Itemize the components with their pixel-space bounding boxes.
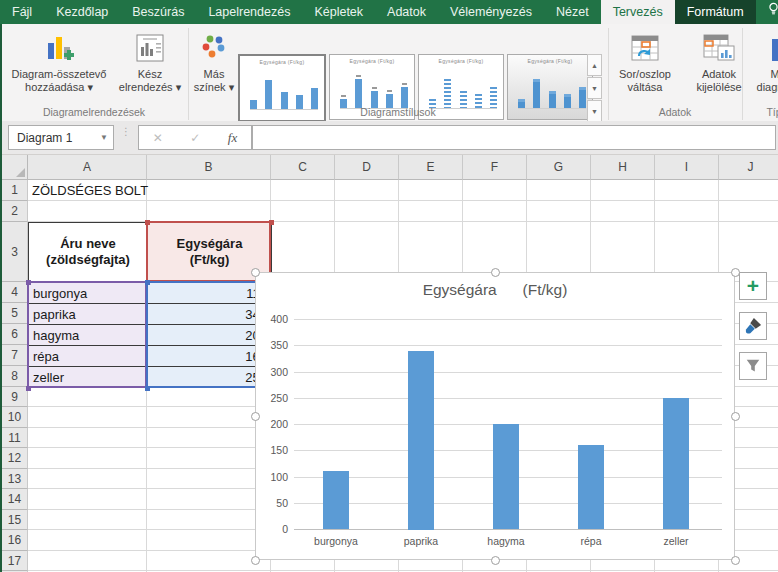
- group-label-chart-layouts: Diagramelrendezések: [0, 106, 188, 118]
- row-header-15[interactable]: 15: [2, 510, 28, 530]
- chart-ytick-250: 250: [256, 392, 288, 404]
- range-handle[interactable]: [145, 280, 150, 285]
- tab-label: Képletek: [314, 5, 363, 19]
- button-label: elrendezés ▾: [119, 81, 181, 94]
- switch-row-column-button[interactable]: Sor/oszlopváltása: [611, 28, 679, 104]
- button-label: színek ▾: [194, 81, 234, 94]
- row-header-2[interactable]: 2: [2, 201, 28, 222]
- range-handle[interactable]: [26, 386, 31, 391]
- gallery-scroll-up-button[interactable]: ▲: [587, 54, 602, 76]
- row-header-11[interactable]: 11: [2, 428, 28, 448]
- chart-bar-zeller[interactable]: [663, 398, 689, 529]
- column-header-H[interactable]: H: [591, 155, 655, 180]
- tab-nézet[interactable]: Nézet: [544, 0, 601, 24]
- chart-filters-button[interactable]: [739, 352, 767, 380]
- tab-fájl[interactable]: Fájl: [0, 0, 44, 24]
- row-header-13[interactable]: 13: [2, 469, 28, 489]
- chart-object[interactable]: Egységára (Ft/kg) 0501001502002503003504…: [255, 272, 735, 560]
- gallery-scroll-down-button[interactable]: ▼: [587, 77, 602, 99]
- tab-label: Fájl: [12, 5, 32, 19]
- chart-resize-handle[interactable]: [491, 268, 500, 277]
- chart-resize-handle[interactable]: [731, 412, 740, 421]
- row-header-1[interactable]: 1: [2, 180, 28, 201]
- tab-tervezés[interactable]: Tervezés: [601, 0, 675, 24]
- column-header-D[interactable]: D: [335, 155, 399, 180]
- tab-lapelrendezés[interactable]: Lapelrendezés: [196, 0, 302, 24]
- row-header-6[interactable]: 6: [2, 324, 28, 345]
- column-header-I[interactable]: I: [655, 155, 719, 180]
- row-header-9[interactable]: 9: [2, 387, 28, 407]
- thumbnail-bars: [429, 72, 497, 109]
- gridline: [28, 570, 778, 571]
- tab-formátum[interactable]: Formátum: [675, 0, 756, 24]
- row-header-17[interactable]: 17: [2, 551, 28, 571]
- insert-function-icon[interactable]: fx: [228, 130, 237, 146]
- range-handle[interactable]: [145, 386, 150, 391]
- column-header-F[interactable]: F: [463, 155, 527, 180]
- chart-bar-burgonya[interactable]: [323, 471, 349, 529]
- category-range-A4-A8[interactable]: [27, 281, 147, 388]
- chart-styles-button[interactable]: [739, 312, 767, 340]
- change-chart-type-button[interactable]: Másdiagram...: [746, 28, 778, 104]
- group-label-chart-styles: Diagramstílusok: [188, 106, 608, 118]
- column-header-A[interactable]: A: [28, 155, 147, 180]
- row-header-8[interactable]: 8: [2, 366, 28, 387]
- thumbnail-title: Egységára (Ft/kg): [419, 58, 503, 64]
- row-header-14[interactable]: 14: [2, 489, 28, 510]
- tab-képletek[interactable]: Képletek: [302, 0, 375, 24]
- tab-művelet-[interactable]: Művelet..: [756, 0, 778, 24]
- cancel-icon[interactable]: ✕: [153, 131, 163, 145]
- formula-bar-grip[interactable]: ⋮: [121, 129, 131, 134]
- chart-resize-handle[interactable]: [731, 556, 740, 565]
- chart-title[interactable]: Egységára (Ft/kg): [256, 281, 734, 299]
- chart-ytick-50: 50: [256, 497, 288, 509]
- cell-A3[interactable]: Áru neve(zöldségfajta): [28, 222, 148, 282]
- select-data-button[interactable]: Adatokkijelölése: [682, 28, 756, 104]
- tab-kezdőlap[interactable]: Kezdőlap: [44, 0, 120, 24]
- name-box[interactable]: Diagram 1 ▼: [8, 125, 114, 150]
- add-chart-element-button[interactable]: Diagram-összetevőhozzáadása ▾: [2, 28, 116, 104]
- thumbnail-bar: [401, 87, 408, 108]
- column-header-B[interactable]: B: [147, 155, 271, 180]
- column-header-C[interactable]: C: [271, 155, 335, 180]
- chart-xlabel-burgonya: burgonya: [296, 535, 376, 547]
- chart-bar-répa[interactable]: [578, 445, 604, 529]
- quick-layout-button[interactable]: Készelrendezés ▾: [118, 28, 182, 104]
- row-header-4[interactable]: 4: [2, 282, 28, 303]
- change-colors-button[interactable]: Másszínek ▾: [191, 28, 237, 104]
- thumbnail-bar: [265, 80, 272, 109]
- range-handle[interactable]: [269, 220, 274, 225]
- formula-input[interactable]: [252, 125, 776, 150]
- row-header-3[interactable]: 3: [2, 222, 28, 282]
- chart-gridline-350: [294, 345, 722, 346]
- chart-bar-paprika[interactable]: [408, 351, 434, 530]
- lightbulb-icon: [768, 0, 778, 24]
- tab-adatok[interactable]: Adatok: [375, 0, 438, 24]
- chart-resize-handle[interactable]: [251, 556, 260, 565]
- range-handle[interactable]: [26, 280, 31, 285]
- add-chart-element-icon: [42, 30, 76, 66]
- row-header-5[interactable]: 5: [2, 303, 28, 324]
- chart-bar-hagyma[interactable]: [493, 424, 519, 529]
- row-header-12[interactable]: 12: [2, 448, 28, 469]
- row-header-10[interactable]: 10: [2, 407, 28, 428]
- column-header-G[interactable]: G: [527, 155, 591, 180]
- column-header-J[interactable]: J: [719, 155, 778, 180]
- name-box-dropdown-icon[interactable]: ▼: [95, 133, 113, 142]
- tab-beszúrás[interactable]: Beszúrás: [120, 0, 196, 24]
- column-header-E[interactable]: E: [399, 155, 463, 180]
- thumbnail-bar: [533, 79, 540, 108]
- select-all-corner[interactable]: [2, 155, 28, 180]
- chart-elements-button[interactable]: +: [739, 272, 767, 300]
- enter-icon[interactable]: ✓: [190, 131, 200, 145]
- row-header-7[interactable]: 7: [2, 345, 28, 366]
- value-range-B4-B8[interactable]: [146, 281, 272, 388]
- cell-A1[interactable]: ZÖLDSÉGES BOLT: [32, 180, 182, 200]
- chart-resize-handle[interactable]: [491, 556, 500, 565]
- chart-resize-handle[interactable]: [251, 268, 260, 277]
- range-handle[interactable]: [145, 220, 150, 225]
- row-header-16[interactable]: 16: [2, 530, 28, 551]
- chart-resize-handle[interactable]: [251, 412, 260, 421]
- tab-véleményezés[interactable]: Véleményezés: [438, 0, 544, 24]
- chart-resize-handle[interactable]: [731, 268, 740, 277]
